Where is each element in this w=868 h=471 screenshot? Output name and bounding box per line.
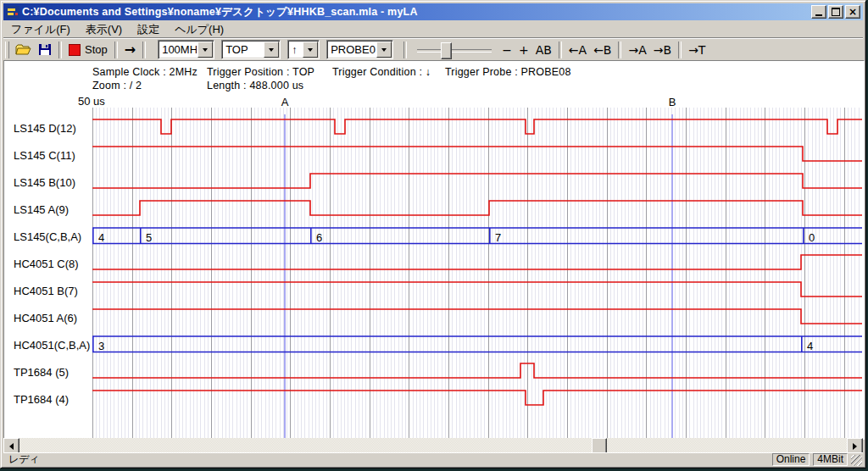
run-arrow-icon: → xyxy=(125,42,136,58)
goto-marker-b-left-button[interactable]: ←B xyxy=(590,41,615,59)
digital-trace xyxy=(92,174,862,188)
digital-trace xyxy=(92,147,862,161)
waveform-traces: 4567034 xyxy=(92,108,862,438)
desktop-background: C:¥Documents and Settings¥noname¥デスクトップ¥… xyxy=(0,0,868,471)
channel-label: TP1684 (5) xyxy=(14,366,69,380)
sample-rate-combo[interactable]: 100MHz xyxy=(158,40,214,59)
channel-label: LS145 B(10) xyxy=(14,176,75,190)
digital-trace xyxy=(92,119,862,134)
toolbar-separator xyxy=(114,42,118,58)
waveform-client-area: Sample Clock : 2MHz Trigger Position : T… xyxy=(3,60,865,440)
chevron-down-icon[interactable] xyxy=(303,42,318,58)
menu-bar: ファイル(F) 表示(V) 設定 ヘルプ(H) xyxy=(3,21,863,37)
menu-help[interactable]: ヘルプ(H) xyxy=(167,21,231,38)
capture-info-line1: Sample Clock : 2MHz Trigger Position : T… xyxy=(4,66,864,80)
horizontal-scrollbar[interactable] xyxy=(3,438,863,452)
close-button[interactable]: × xyxy=(845,5,860,19)
channel-label: LS145 D(12) xyxy=(14,122,76,136)
bus-value: 3 xyxy=(98,340,104,352)
toolbar-separator xyxy=(403,42,407,58)
zoom-slider[interactable] xyxy=(415,42,493,58)
marker-b-label: B xyxy=(667,96,677,108)
probe-combo[interactable]: PROBE00 xyxy=(326,40,393,59)
goto-marker-b-right-button[interactable]: →B xyxy=(650,41,675,59)
sample-clock-text: Sample Clock : 2MHz xyxy=(92,66,198,78)
toolbar: Stop → 100MHz TOP ↑ PROBE00 xyxy=(3,37,863,61)
trigger-position-combo[interactable]: TOP xyxy=(221,40,281,59)
trigger-position-text: Trigger Position : TOP xyxy=(207,66,314,78)
stop-button[interactable]: Stop xyxy=(65,41,111,59)
ab-range-button[interactable]: AB xyxy=(532,41,555,59)
maximize-button[interactable] xyxy=(828,5,843,19)
bus-value: 4 xyxy=(807,340,813,352)
toolbar-grip[interactable] xyxy=(5,42,9,58)
bus-trace xyxy=(92,228,862,244)
channel-label: HC4051 C(8) xyxy=(14,258,79,271)
toolbar-separator xyxy=(678,42,682,58)
channel-label: TP1684 (4) xyxy=(14,393,69,407)
channel-label: LS145(C,B,A) xyxy=(14,230,81,244)
save-floppy-icon xyxy=(38,43,52,56)
open-button[interactable] xyxy=(12,41,35,59)
slider-thumb[interactable] xyxy=(441,42,452,59)
status-memory-badge: 4MBit xyxy=(813,453,848,466)
channel-label: HC4051 A(6) xyxy=(14,312,77,325)
bus-value: 0 xyxy=(809,231,815,244)
toolbar-separator xyxy=(58,42,62,58)
time-scale-label: 50 us xyxy=(78,95,105,108)
bus-value: 5 xyxy=(146,231,152,244)
toolbar-separator xyxy=(142,42,146,58)
goto-trigger-button[interactable]: →T xyxy=(685,41,709,59)
zoom-out-button[interactable]: − xyxy=(498,41,515,59)
bus-value: 6 xyxy=(316,231,322,244)
toolbar-separator xyxy=(618,42,621,58)
channel-label: LS145 A(9) xyxy=(14,203,69,217)
zoom-text: Zoom : / 2 xyxy=(92,80,142,91)
channel-label: LS145 C(11) xyxy=(14,149,75,163)
close-icon: × xyxy=(849,8,857,16)
marker-a-label: A xyxy=(280,96,290,108)
run-button[interactable]: → xyxy=(121,41,139,59)
status-ready-text: レディ xyxy=(3,452,772,467)
digital-trace xyxy=(92,363,862,378)
menu-file[interactable]: ファイル(F) xyxy=(3,21,78,38)
chevron-down-icon[interactable] xyxy=(198,42,213,58)
trigger-edge-combo[interactable]: ↑ xyxy=(287,40,320,59)
sample-rate-value: 100MHz xyxy=(159,43,197,56)
probe-value: PROBE00 xyxy=(327,43,376,56)
arrow-left-icon xyxy=(9,443,14,450)
menu-settings[interactable]: 設定 xyxy=(130,21,167,38)
minimize-button[interactable] xyxy=(811,5,826,19)
zoom-in-button[interactable]: + xyxy=(515,41,532,59)
digital-trace xyxy=(92,255,862,269)
maximize-icon xyxy=(832,8,840,16)
slider-track[interactable] xyxy=(417,49,492,53)
chevron-down-icon[interactable] xyxy=(376,42,392,58)
menu-view[interactable]: 表示(V) xyxy=(78,21,130,38)
goto-marker-a-left-button[interactable]: ←A xyxy=(565,41,590,59)
trigger-condition-text: Trigger Condition : ↓ xyxy=(332,66,431,78)
waveform-plot[interactable]: 4567034 xyxy=(92,108,862,438)
trigger-position-value: TOP xyxy=(222,43,263,56)
save-button[interactable] xyxy=(35,41,55,59)
window-title: C:¥Documents and Settings¥noname¥デスクトップ¥… xyxy=(22,5,418,19)
digital-trace xyxy=(92,282,862,296)
status-online-badge: Online xyxy=(772,453,810,466)
open-folder-icon xyxy=(15,43,31,56)
digital-trace xyxy=(92,201,862,215)
digital-trace xyxy=(92,391,862,405)
arrow-right-icon xyxy=(853,443,857,450)
stop-icon xyxy=(69,44,81,56)
stop-label: Stop xyxy=(85,43,108,56)
minimize-icon xyxy=(815,14,822,16)
trigger-edge-value: ↑ xyxy=(288,43,302,56)
bus-trace xyxy=(92,336,862,352)
app-window: C:¥Documents and Settings¥noname¥デスクトップ¥… xyxy=(0,0,866,468)
chevron-down-icon[interactable] xyxy=(264,42,279,58)
length-text: Length : 488.000 us xyxy=(207,80,303,91)
title-bar[interactable]: C:¥Documents and Settings¥noname¥デスクトップ¥… xyxy=(3,3,863,20)
app-icon xyxy=(6,6,19,19)
goto-marker-a-right-button[interactable]: →A xyxy=(625,41,649,59)
capture-info-line2: Zoom : / 2 Length : 488.000 us xyxy=(4,80,864,93)
resize-grip[interactable] xyxy=(851,455,862,466)
